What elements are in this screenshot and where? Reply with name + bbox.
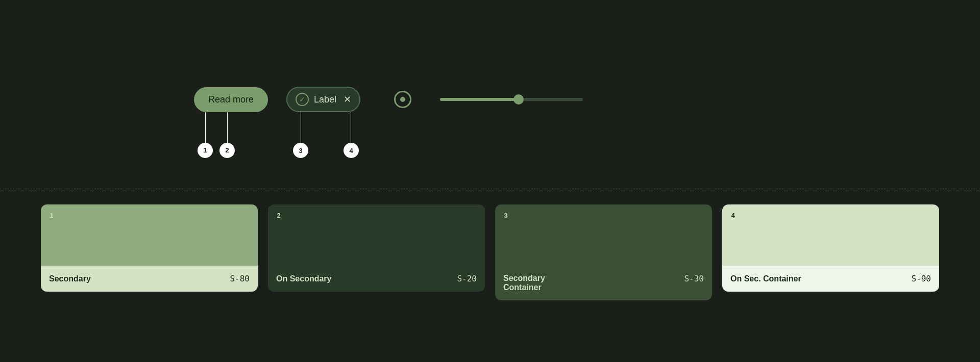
color-card-1: 1 Secondary S-80 [41,204,258,292]
top-section: Read more 1 2 ✓ Label ✕ 3 4 [0,0,980,189]
card-1-label-row: 1 Secondary S-80 [41,266,258,292]
card-3-label-row: 3 Secondary Container S-30 [495,266,712,300]
slider-track[interactable] [440,98,583,101]
card-1-code: S-80 [230,274,250,283]
color-cards-section: 1 Secondary S-80 2 On Secondary S-20 3 S… [0,189,980,316]
card-2-number: 2 [273,210,284,221]
color-card-3: 3 Secondary Container S-30 [495,204,712,300]
card-4-code: S-90 [911,274,931,283]
card-1-name: Secondary [49,274,91,283]
card-3-swatch [495,204,712,266]
chip-close-icon[interactable]: ✕ [344,94,351,105]
card-2-name: On Secondary [276,274,331,283]
card-1-swatch [41,204,258,266]
card-4-name: On Sec. Container [730,274,801,283]
annotation-circle-4: 4 [344,143,359,158]
card-1-number: 1 [46,210,57,221]
slider-fill [440,98,519,101]
color-card-4: 4 On Sec. Container S-90 [722,204,939,292]
components-row: Read more 1 2 ✓ Label ✕ 3 4 [194,87,583,112]
card-2-label-row: 2 On Secondary S-20 [268,266,485,292]
annotation-circle-2: 2 [219,143,235,158]
annotation-line-2 [227,112,228,143]
chip-wrapper: ✓ Label ✕ 3 4 [286,87,360,112]
card-4-number: 4 [727,210,739,221]
annotation-circle-1: 1 [198,143,213,158]
card-4-swatch [722,204,939,266]
read-more-wrapper: Read more 1 2 [194,87,268,112]
card-3-number: 3 [500,210,511,221]
card-2-code: S-20 [457,274,477,283]
card-2-swatch [268,204,485,266]
read-more-button[interactable]: Read more [194,87,268,112]
annotation-line-4 [351,112,351,143]
chip-label: Label [314,94,336,105]
card-3-code: S-30 [684,274,704,283]
chip-component[interactable]: ✓ Label ✕ [286,87,360,112]
annotation-line-3 [301,112,301,143]
radio-button[interactable] [394,91,411,108]
chip-check-icon: ✓ [296,93,309,106]
annotation-line-1 [205,112,206,143]
slider-container [440,98,583,101]
color-card-2: 2 On Secondary S-20 [268,204,485,292]
card-4-label-row: 4 On Sec. Container S-90 [722,266,939,292]
card-3-name: Secondary Container [503,274,545,292]
annotation-circle-3: 3 [293,143,308,158]
slider-thumb[interactable] [513,94,524,105]
radio-inner-dot [400,97,405,102]
